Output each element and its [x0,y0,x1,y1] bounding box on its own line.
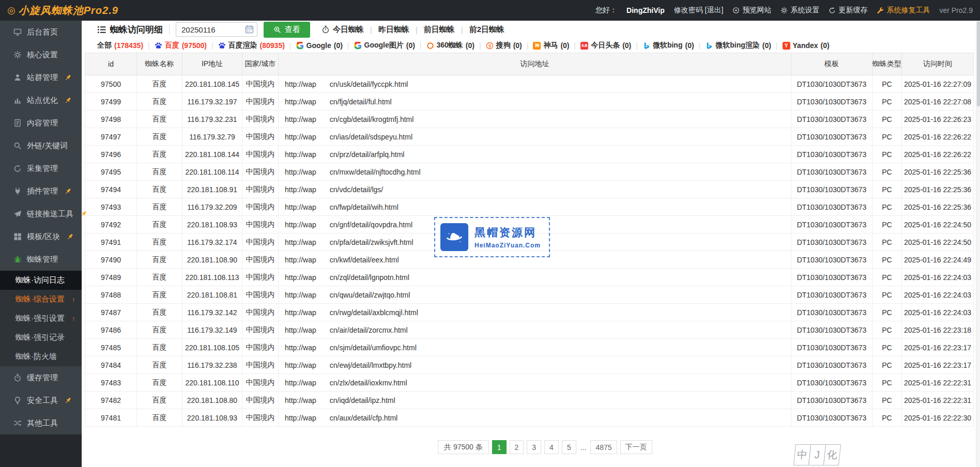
sidebar-item-spider-firewall[interactable]: 蜘蛛·防火墙 [0,347,82,366]
quick-link-two-days-ago-spider[interactable]: 前2日蜘蛛 [469,25,504,35]
grid-icon [13,232,22,241]
topmenu-label: 系统修复工具 [886,6,930,15]
cell-ip: 220.181.108.110 [182,374,242,392]
cell-spider-type: PC [872,251,902,269]
cell-ip: 220.181.108.114 [182,163,242,181]
page-button-1[interactable]: 1 [492,440,507,454]
monitor-icon [13,28,22,36]
view-button[interactable]: 查看 [264,22,310,38]
filter-count: (0) [466,41,474,50]
table-row: 97481百度220.181.108.93中国境内http://wapcn/au… [85,409,974,427]
filter-sogou[interactable]: S搜狗(0) [486,41,522,50]
sidebar-item-site-group[interactable]: 站群管理 [0,66,82,89]
sidebar-item-spider-force-records[interactable]: 蜘蛛·强引记录 [0,328,82,347]
cell-spider-name: 百度 [137,356,182,374]
column-header: 模板 [791,53,872,75]
filter-label: 今日头条 [591,41,620,50]
filter-label: 百度 [165,41,179,50]
cell-visit-time: 2025-01-16 22:23:18 [902,321,974,339]
sidebar-item-links-keywords[interactable]: 外链/关键词 [0,134,82,157]
filter-all[interactable]: 全部(178435) [97,41,143,50]
sidebar-item-site-optimize[interactable]: 站点优化 [0,89,82,112]
cell-visit-url: http://wapcn/fjq/detail/ful.html [279,93,791,111]
toutiao-icon: 头条 [580,42,588,50]
cell-ip: 116.179.32.79 [182,128,242,146]
url-path: cn/mxw/detail/njftocdhg.html [330,168,421,176]
sidebar-item-spider-force-settings[interactable]: 蜘蛛·强引设置↑ [0,309,82,328]
quick-link-today-spider[interactable]: 今日蜘蛛 [321,25,364,35]
pagination-total: 共 97500 条 [438,440,489,454]
sidebar-item-link-push-tool[interactable]: 链接推送工具 [0,203,82,225]
table-row: 97483百度220.181.108.110中国境内http://wapcn/z… [85,374,974,392]
cell-visit-url: http://wapcn/qwu/detail/zwjtqo.html [279,286,791,304]
cell-visit-time: 2025-01-16 22:22:30 [902,409,974,427]
chart-icon [13,96,22,104]
shuffle-icon [13,419,22,427]
sidebar-item-cache-manage[interactable]: 缓存管理 [0,366,82,389]
url-prefix: http://wap [285,203,316,211]
cell-country: 中国境内 [242,216,279,234]
cell-visit-url: http://wapcn/zql/detail/lgnpotn.html [279,269,791,286]
sidebar-item-template-blocks[interactable]: 模板/区块 [0,225,82,248]
column-header: id [85,53,137,75]
filter-baidu[interactable]: 百度(97500) [155,41,207,50]
filter-count: (0) [513,41,522,50]
cell-country: 中国境内 [242,269,279,286]
sidebar-item-core-settings[interactable]: 核心设置 [0,43,82,66]
filter-bing-render[interactable]: 微软bing渲染(0) [705,41,771,50]
cell-country: 中国境内 [242,251,279,269]
next-page-button[interactable]: 下一页 [620,440,652,454]
account-links[interactable]: 修改密码 [退出] [674,6,724,15]
page-button-2[interactable]: 2 [510,440,524,454]
filter-google[interactable]: Google(0) [296,41,343,50]
sidebar-item-label: 站群管理 [27,73,58,83]
sidebar-item-spider-manage[interactable]: 蜘蛛管理 [0,248,82,271]
filter-yandex[interactable]: YYandex(0) [783,41,830,50]
filter-baidu-render[interactable]: 百度渲染(80935) [218,41,285,50]
column-header: 访问地址 [279,53,791,75]
page-button-3[interactable]: 3 [527,440,541,454]
filter-bing[interactable]: 微软bing(0) [642,41,694,50]
sidebar-item-collection-manage[interactable]: 采集管理 [0,157,82,180]
quick-link-day-before-spider[interactable]: 前日蜘蛛 [424,25,455,35]
topmenu-label: 系统设置 [790,6,819,15]
cell-visit-url: http://wapcn/fwp/detail/wih.html [279,198,791,216]
filter-360-spider[interactable]: 360蜘蛛(0) [426,41,474,50]
cell-ip: 220.181.108.80 [182,392,242,409]
calendar-icon[interactable] [245,25,254,34]
sidebar-item-dashboard[interactable]: 后台首页 [0,21,82,43]
filter-shenma[interactable]: 神神马(0) [533,41,569,50]
quick-link-yesterday-spider[interactable]: 昨日蜘蛛 [378,25,409,35]
sidebar-item-label: 链接推送工具 [27,209,73,219]
topmenu-system-settings[interactable]: 系统设置 [780,6,819,15]
sidebar-item-spider-general-settings[interactable]: 蜘蛛·综合设置↑ [0,290,82,309]
url-path: cn/kwf/detail/eex.html [330,256,399,264]
page-button-4875[interactable]: 4875 [590,440,617,454]
sidebar-item-spider-visit-log[interactable]: 蜘蛛·访问日志 [0,271,82,290]
page-button-4[interactable]: 4 [544,440,559,454]
sidebar-item-other-tools[interactable]: 其他工具 [0,412,82,434]
quick-links: 今日蜘蛛|昨日蜘蛛|前日蜘蛛|前2日蜘蛛 [321,25,504,35]
page-button-5[interactable]: 5 [562,440,576,454]
scrollbar-thumb[interactable] [977,21,980,106]
cell-visit-time: 2025-01-16 22:24:03 [902,269,974,286]
topmenu-preview-site[interactable]: 预览网站 [732,6,771,15]
topmenu-system-repair-tool[interactable]: 系统修复工具 [877,6,930,15]
sidebar-item-content-manage[interactable]: 内容管理 [0,112,82,134]
sidebar-item-security-tools[interactable]: 安全工具 [0,389,82,412]
filter-google-image[interactable]: Google图片(0) [354,41,415,50]
sidebar: 后台首页核心设置站群管理站点优化内容管理外链/关键词采集管理插件管理链接推送工具… [0,21,82,467]
filter-toutiao[interactable]: 头条今日头条(0) [580,41,631,50]
sidebar-item-plugin-manage[interactable]: 插件管理 [0,180,82,203]
cell-visit-time: 2025-01-16 22:27:08 [902,93,974,111]
cell-spider-type: PC [872,286,902,304]
cell-visit-time: 2025-01-16 22:25:36 [902,163,974,181]
cell-template: DT1030/1030DT3673 [791,339,872,356]
url-prefix: http://wap [285,396,316,404]
cell-visit-url: http://wapcn/usk/detail/fyccpk.html [279,75,791,93]
cell-ip: 220.181.108.105 [182,339,242,356]
filter-separator: | [347,41,349,50]
wrench-icon [877,7,884,14]
cell-country: 中国境内 [242,181,279,198]
topmenu-update-cache[interactable]: 更新缓存 [829,6,867,15]
